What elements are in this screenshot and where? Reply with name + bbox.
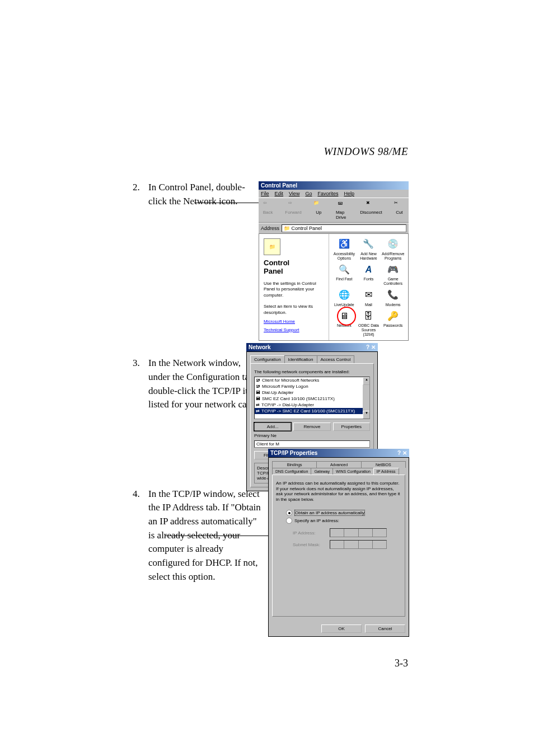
page-header: WINDOWS 98/ME xyxy=(324,145,408,158)
toolbar: ⇦Back ⇨Forward 📁Up 🖴Map Drive ✖Disconnec… xyxy=(259,198,409,223)
properties-button[interactable]: Properties xyxy=(333,422,370,431)
tab-advanced[interactable]: Advanced xyxy=(316,461,361,468)
cancel-button[interactable]: Cancel xyxy=(365,624,405,633)
radio-icon xyxy=(286,518,292,524)
network-icon[interactable]: 🖥Network xyxy=(332,309,356,336)
liveupdate-icon[interactable]: 🌐LiveUpdate xyxy=(332,288,356,307)
tab-configuration[interactable]: Configuration xyxy=(250,355,285,363)
components-listbox[interactable]: 🖳 Client for Microsoft Networks 🖳 Micros… xyxy=(254,377,370,419)
primary-label: Primary Ne xyxy=(254,433,370,438)
list-item[interactable]: 🖳 Microsoft Family Logon xyxy=(255,383,369,389)
step-number: 2. xyxy=(133,181,148,208)
window-title: Control Panel xyxy=(261,182,297,189)
ip-address-field xyxy=(330,528,387,537)
instruction-steps: 2. In Control Panel, double-click the Ne… xyxy=(133,181,261,740)
tabs: Configuration Identification Access Cont… xyxy=(250,355,374,363)
help-close-icons[interactable]: ? ✕ xyxy=(366,344,376,350)
add-hardware-icon[interactable]: 🔧Add New Hardware xyxy=(357,237,381,260)
menu-file[interactable]: File xyxy=(261,191,269,196)
tab-bindings[interactable]: Bindings xyxy=(272,461,317,468)
cut-button[interactable]: ✂Cut xyxy=(392,200,406,220)
add-button[interactable]: Add... xyxy=(254,422,291,431)
control-panel-body: 📁 Control Panel Use the settings in Cont… xyxy=(259,233,409,341)
list-item[interactable]: 🖬 Dial-Up Adapter xyxy=(255,389,369,396)
scroll-up-icon[interactable]: ▲ xyxy=(363,377,370,385)
tabs-row1: Bindings Advanced NetBIOS xyxy=(272,461,405,468)
page-number: 3-3 xyxy=(395,658,408,669)
address-label: Address xyxy=(261,226,279,231)
modems-icon[interactable]: 📞Modems xyxy=(381,288,405,307)
step-text: In Control Panel, double-click the Netwo… xyxy=(148,181,261,208)
control-panel-window: Control Panel File Edit View Go Favorite… xyxy=(259,181,409,341)
up-button[interactable]: 📁Up xyxy=(312,200,326,220)
radio-icon xyxy=(286,510,292,516)
menu-view[interactable]: View xyxy=(289,191,299,196)
tab-identification[interactable]: Identification xyxy=(284,355,317,363)
ip-address-label: IP Address: xyxy=(293,530,326,536)
disconnect-button[interactable]: ✖Disconnect xyxy=(360,200,382,220)
leader-line xyxy=(165,536,269,536)
remove-button[interactable]: Remove xyxy=(293,422,330,431)
mail-icon[interactable]: ✉Mail xyxy=(357,288,381,307)
game-controllers-icon[interactable]: 🎮Game Controllers xyxy=(381,262,405,285)
titlebar: Network ? ✕ xyxy=(246,343,378,351)
address-bar: Address 📁 Control Panel xyxy=(259,223,409,233)
scroll-down-icon[interactable]: ▼ xyxy=(363,411,370,419)
tabs-row2: DNS Configuration Gateway WINS Configura… xyxy=(272,468,405,475)
tab-access-control[interactable]: Access Control xyxy=(317,355,355,363)
ok-button[interactable]: OK xyxy=(321,624,362,633)
tab-netbios[interactable]: NetBIOS xyxy=(361,461,406,468)
primary-select[interactable]: Client for M xyxy=(254,440,370,448)
sidebar-title: Panel xyxy=(264,267,324,275)
titlebar: TCP/IP Properties ? ✕ xyxy=(268,449,409,457)
list-item[interactable]: 🖳 Client for Microsoft Networks xyxy=(255,377,369,383)
help-close-icons[interactable]: ? ✕ xyxy=(397,450,407,456)
fonts-icon[interactable]: AFonts xyxy=(357,262,381,285)
tcpip-dialog: TCP/IP Properties ? ✕ Bindings Advanced … xyxy=(268,449,409,637)
list-item-selected[interactable]: ⇄ TCP/IP -> SMC EZ Card 10/100 (SMC1211T… xyxy=(255,408,369,414)
radio-obtain-auto[interactable]: Obtain an IP address automatically xyxy=(286,510,401,516)
add-remove-icon[interactable]: 💿Add/Remove Programs xyxy=(381,237,405,260)
find-fast-icon[interactable]: 🔍Find Fast xyxy=(332,262,356,285)
tab-panel: An IP address can be automatically assig… xyxy=(272,475,405,617)
tab-ip-address[interactable]: IP Address xyxy=(373,468,399,475)
dialog-title: Network xyxy=(249,344,270,350)
menu-help[interactable]: Help xyxy=(344,191,354,196)
odbc-icon[interactable]: 🗄ODBC Data Sources (32bit) xyxy=(357,309,381,336)
step-3: 3. In the Network window, under the Conf… xyxy=(133,356,261,412)
back-button[interactable]: ⇦Back xyxy=(261,200,275,220)
step-text: In the Network window, under the Configu… xyxy=(148,356,261,412)
accessibility-icon[interactable]: ♿Accessibility Options xyxy=(332,237,356,260)
components-label: The following network components are ins… xyxy=(254,369,370,374)
tab-wins[interactable]: WINS Configuration xyxy=(332,468,374,475)
ip-description: An IP address can be automatically assig… xyxy=(276,481,401,502)
control-panel-icons: ♿Accessibility Options 🔧Add New Hardware… xyxy=(329,234,408,340)
tab-dns[interactable]: DNS Configuration xyxy=(272,468,311,475)
passwords-icon[interactable]: 🔑Passwords xyxy=(381,309,405,336)
step-2: 2. In Control Panel, double-click the Ne… xyxy=(133,181,261,208)
radio-specify[interactable]: Specify an IP address: xyxy=(286,518,401,524)
tech-support-link[interactable]: Technical Support xyxy=(264,327,324,332)
sidebar-title: Control xyxy=(264,259,324,267)
address-field[interactable]: 📁 Control Panel xyxy=(282,224,406,232)
menu-favorites[interactable]: Favorites xyxy=(317,191,338,196)
leader-line xyxy=(194,203,259,203)
list-item[interactable]: 🖬 SMC EZ Card 10/100 (SMC1211TX) xyxy=(255,396,369,402)
forward-button[interactable]: ⇨Forward xyxy=(285,200,301,220)
tab-gateway[interactable]: Gateway xyxy=(311,468,333,475)
folder-icon: 📁 xyxy=(264,238,280,255)
map-drive-button[interactable]: 🖴Map Drive xyxy=(336,200,350,220)
ms-home-link[interactable]: Microsoft Home xyxy=(264,319,324,324)
sidebar-desc: Select an item to view its description. xyxy=(264,304,324,316)
sidebar-desc: Use the settings in Control Panel to per… xyxy=(264,281,324,298)
dialog-title: TCP/IP Properties xyxy=(270,450,317,456)
step-number: 3. xyxy=(133,356,148,412)
menu-go[interactable]: Go xyxy=(305,191,312,196)
subnet-mask-label: Subnet Mask: xyxy=(293,542,326,547)
menubar: File Edit View Go Favorites Help xyxy=(259,190,409,198)
list-item[interactable]: ⇄ TCP/IP -> Dial-Up Adapter xyxy=(255,402,369,408)
menu-edit[interactable]: Edit xyxy=(275,191,284,196)
ip-fields-group: IP Address: Subnet Mask: xyxy=(293,528,401,549)
scrollbar[interactable]: ▲▼ xyxy=(363,377,369,419)
control-panel-sidebar: 📁 Control Panel Use the settings in Cont… xyxy=(259,234,329,340)
